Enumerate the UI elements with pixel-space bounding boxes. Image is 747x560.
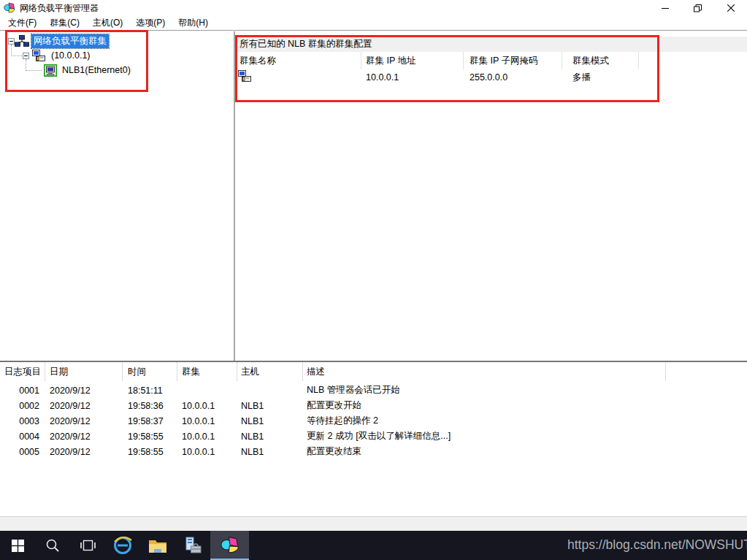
log-row[interactable]: 0002 2020/9/12 19:58:36 10.0.0.1 NLB1 配置… bbox=[0, 398, 747, 413]
column-header-ip[interactable]: 群集 IP 地址 bbox=[361, 52, 464, 69]
log-row[interactable]: 0003 2020/9/12 19:58:37 10.0.0.1 NLB1 等待… bbox=[0, 413, 747, 429]
log-entry-id: 0002 bbox=[0, 401, 45, 411]
close-button[interactable] bbox=[714, 0, 747, 16]
log-row[interactable]: 0004 2020/9/12 19:58:55 10.0.0.1 NLB1 更新… bbox=[0, 429, 747, 444]
menu-host[interactable]: 主机(O) bbox=[86, 16, 129, 30]
cluster-row[interactable]: 10.0.0.1 255.0.0.0 多播 bbox=[235, 69, 747, 85]
log-entry-desc: 等待挂起的操作 2 bbox=[303, 415, 666, 427]
log-entry-id: 0003 bbox=[0, 416, 45, 426]
minimize-button[interactable] bbox=[648, 0, 681, 16]
log-entry-host: NLB1 bbox=[237, 431, 303, 442]
log-entry-date: 2020/9/12 bbox=[45, 386, 123, 396]
menu-help[interactable]: 帮助(H) bbox=[172, 16, 215, 30]
log-entry-date: 2020/9/12 bbox=[45, 447, 123, 457]
log-entry-desc: 配置更改开始 bbox=[303, 399, 666, 412]
log-entry-desc: NLB 管理器会话已开始 bbox=[303, 384, 666, 396]
log-entry-id: 0004 bbox=[0, 431, 45, 442]
column-header-mode[interactable]: 群集模式 bbox=[562, 52, 639, 69]
column-header-mask[interactable]: 群集 IP 子网掩码 bbox=[464, 52, 562, 69]
tree-node-host[interactable]: NLB1(Ethernet0) bbox=[44, 64, 133, 77]
log-col-host[interactable]: 主机 bbox=[237, 362, 303, 381]
tree-cluster-expander[interactable] bbox=[23, 53, 29, 59]
cluster-table-header: 群集名称 群集 IP 地址 群集 IP 子网掩码 群集模式 bbox=[235, 52, 747, 69]
log-entry-host: NLB1 bbox=[237, 447, 303, 457]
log-col-entry[interactable]: 日志项目 bbox=[0, 362, 45, 381]
cluster-mode-value: 多播 bbox=[562, 72, 639, 84]
panel-caption: 所有已知的 NLB 群集的群集配置 bbox=[235, 37, 747, 52]
file-explorer-icon bbox=[148, 538, 167, 553]
tree-root-expander[interactable] bbox=[8, 38, 15, 45]
log-col-time[interactable]: 时间 bbox=[123, 362, 177, 381]
log-entry-id: 0001 bbox=[0, 386, 45, 396]
watermark-text: https://blog.csdn.net/NOWSHUT bbox=[567, 537, 747, 553]
log-entry-desc: 配置更改结束 bbox=[303, 445, 666, 458]
search-icon bbox=[45, 538, 60, 553]
restore-button[interactable] bbox=[681, 0, 714, 16]
log-table-header: 日志项目 日期 时间 群集 主机 描述 bbox=[0, 362, 747, 381]
restore-icon bbox=[694, 4, 702, 12]
search-button[interactable] bbox=[35, 531, 70, 560]
column-header-name[interactable]: 群集名称 bbox=[235, 52, 361, 69]
panel-caption-text: 所有已知的 NLB 群集的群集配置 bbox=[240, 38, 372, 50]
log-entry-host: NLB1 bbox=[237, 401, 303, 411]
log-entry-time: 19:58:55 bbox=[123, 447, 177, 457]
task-view-button[interactable] bbox=[70, 531, 105, 560]
log-col-cluster[interactable]: 群集 bbox=[177, 362, 237, 381]
nlb-manager-taskbar-button[interactable] bbox=[210, 531, 249, 560]
log-row[interactable]: 0001 2020/9/12 18:51:11 NLB 管理器会话已开始 bbox=[0, 383, 747, 398]
server-manager-button[interactable] bbox=[175, 531, 210, 560]
cluster-config-panel: 所有已知的 NLB 群集的群集配置 群集名称 群集 IP 地址 群集 IP 子网… bbox=[235, 31, 747, 361]
log-panel: 日志项目 日期 时间 群集 主机 描述 0001 2020/9/12 18:51… bbox=[0, 361, 747, 516]
cluster-tree-icon bbox=[15, 35, 29, 47]
log-entry-cluster: 10.0.0.1 bbox=[177, 416, 237, 426]
log-entry-desc: 更新 2 成功 [双击以了解详细信息...] bbox=[303, 430, 666, 442]
minimize-icon bbox=[662, 8, 669, 9]
log-row[interactable]: 0005 2020/9/12 19:58:55 10.0.0.1 NLB1 配置… bbox=[0, 444, 747, 459]
log-entry-id: 0005 bbox=[0, 447, 45, 457]
cluster-row-icon bbox=[238, 70, 252, 83]
tree-root-label[interactable]: 网络负载平衡群集 bbox=[31, 34, 109, 48]
internet-explorer-button[interactable] bbox=[105, 531, 140, 560]
tree-connector bbox=[11, 45, 12, 56]
internet-explorer-icon bbox=[112, 535, 133, 556]
tree-node-root[interactable]: 网络负载平衡群集 bbox=[15, 34, 109, 47]
menu-options[interactable]: 选项(P) bbox=[129, 16, 172, 30]
close-icon bbox=[727, 4, 735, 12]
log-entry-cluster: 10.0.0.1 bbox=[177, 447, 237, 457]
menu-cluster[interactable]: 群集(C) bbox=[43, 16, 86, 30]
tree-cluster-label[interactable]: (10.0.0.1) bbox=[49, 50, 93, 61]
menu-file[interactable]: 文件(F) bbox=[1, 16, 43, 30]
cluster-tree-panel: 网络负载平衡群集 (10.0.0.1) NLB1(Ethernet0) bbox=[0, 31, 234, 361]
status-bar bbox=[0, 516, 747, 531]
log-col-date[interactable]: 日期 bbox=[45, 362, 123, 381]
log-entry-date: 2020/9/12 bbox=[45, 401, 123, 411]
tree-node-cluster[interactable]: (10.0.0.1) bbox=[32, 49, 93, 62]
log-entry-time: 18:51:11 bbox=[123, 386, 177, 396]
cluster-mask-value: 255.0.0.0 bbox=[464, 72, 562, 83]
log-entry-date: 2020/9/12 bbox=[45, 431, 123, 442]
cluster-ip-value: 10.0.0.1 bbox=[361, 72, 464, 83]
window-title: 网络负载平衡管理器 bbox=[20, 2, 99, 15]
cluster-host-icon bbox=[32, 50, 46, 62]
server-manager-icon bbox=[183, 537, 202, 554]
tree-connector bbox=[26, 70, 42, 71]
log-entry-time: 19:58:55 bbox=[123, 431, 177, 442]
windows-logo-icon bbox=[12, 540, 24, 552]
start-button[interactable] bbox=[0, 531, 35, 560]
log-entry-time: 19:58:36 bbox=[123, 401, 177, 411]
tree-host-label[interactable]: NLB1(Ethernet0) bbox=[60, 64, 133, 76]
task-view-icon bbox=[80, 539, 96, 552]
tree-connector bbox=[11, 55, 22, 56]
file-explorer-button[interactable] bbox=[140, 531, 175, 560]
nlb-manager-icon bbox=[221, 536, 240, 555]
tree-connector bbox=[26, 59, 26, 71]
log-entry-date: 2020/9/12 bbox=[45, 416, 123, 426]
log-col-desc[interactable]: 描述 bbox=[303, 362, 666, 381]
log-entry-cluster: 10.0.0.1 bbox=[177, 401, 237, 411]
converged-host-icon bbox=[44, 64, 57, 77]
nlb-app-icon bbox=[4, 2, 15, 16]
log-entry-cluster: 10.0.0.1 bbox=[177, 431, 237, 442]
menu-bar: 文件(F) 群集(C) 主机(O) 选项(P) 帮助(H) bbox=[0, 16, 747, 30]
log-entry-host: NLB1 bbox=[237, 416, 303, 426]
main-area: 网络负载平衡群集 (10.0.0.1) NLB1(Ethernet0) bbox=[0, 31, 747, 361]
